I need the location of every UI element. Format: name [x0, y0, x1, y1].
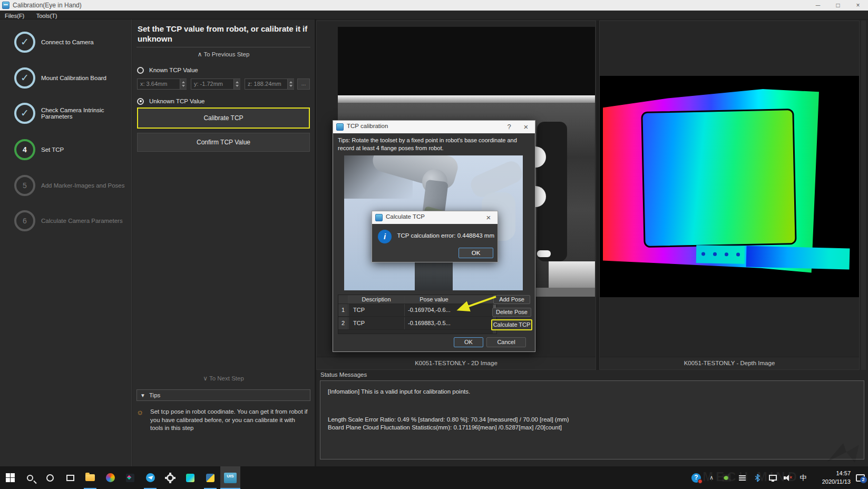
cortana-button[interactable] — [40, 466, 60, 489]
known-tcp-radio-row[interactable]: Known TCP Value — [137, 66, 198, 74]
help-icon: ? — [691, 473, 701, 483]
depth-bracket-patch — [696, 245, 745, 264]
folder-icon — [85, 474, 95, 481]
sidebar-step-calc-params[interactable]: 6 Calculate Camera Parameters — [0, 210, 132, 231]
divider — [136, 47, 310, 47]
terminal-button[interactable] — [120, 466, 140, 489]
check-icon: ✓ — [14, 32, 35, 53]
notification-center-button[interactable]: 2 — [854, 471, 866, 485]
step-number: 4 — [14, 139, 35, 160]
bright-region — [549, 261, 595, 288]
2d-image-highlight-band — [338, 95, 595, 103]
step-label: Mount Calibration Board — [41, 67, 128, 89]
pycharm-icon — [186, 474, 194, 482]
confirm-tcp-button[interactable]: Confirm TCP Value — [137, 133, 310, 152]
notification-badge: 2 — [860, 476, 867, 483]
more-button[interactable]: ... — [297, 79, 310, 90]
2d-image-caption: K0051-TESTONLY - 2D Image — [317, 357, 596, 369]
step-label: Connect to Camera — [41, 32, 128, 53]
status-line: [Infomation] This is a valid input for c… — [328, 388, 855, 396]
sidebar-step-connect-camera[interactable]: ✓ Connect to Camera — [0, 32, 132, 53]
watermark-text: MECH MIND — [703, 470, 799, 484]
pycharm-button[interactable] — [180, 466, 200, 489]
uis-app-button[interactable]: UIS — [220, 466, 240, 489]
search-button[interactable] — [20, 466, 40, 489]
gear-icon — [167, 474, 174, 482]
title-bar: Calibration(Eye in Hand) ─ □ × — [0, 0, 868, 11]
tcp-error-message: TCP calculation error: 0.448843 mm — [396, 232, 494, 239]
tcp-z-input[interactable]: z: 188.24mm — [245, 79, 294, 90]
dialog-cancel-button[interactable]: Cancel — [486, 337, 526, 347]
start-button[interactable] — [0, 466, 20, 489]
telegram-button[interactable] — [140, 466, 160, 489]
row-number: 2 — [338, 317, 348, 329]
row-number: 1 — [338, 304, 348, 316]
task-view-button[interactable] — [60, 466, 80, 489]
dialog-ok-button[interactable]: OK — [454, 337, 483, 347]
app-icon — [2, 2, 9, 9]
lightbulb-icon: ☼ — [136, 407, 144, 416]
sidebar-step-add-markers[interactable]: 5 Add Marker-Images and Poses — [0, 175, 132, 196]
taskbar-apps: UIS — [0, 466, 240, 489]
ok-button[interactable]: OK — [459, 248, 493, 258]
to-next-step-label: To Next Step — [209, 375, 244, 382]
cortana-icon — [46, 474, 54, 482]
bolt-hole — [725, 252, 728, 256]
python-app-button[interactable] — [200, 466, 220, 489]
y-spinner[interactable] — [233, 79, 240, 89]
row-pose-value: -0.169883,-0.5... — [404, 317, 463, 329]
z-spinner[interactable] — [287, 79, 294, 89]
clock-date: 2020/11/13 — [813, 478, 851, 486]
dialog-close-button[interactable]: × — [481, 211, 496, 224]
bolt-hole — [701, 252, 705, 256]
bolt-hole — [713, 252, 717, 256]
table-row[interactable]: 2 TCP -0.169883,-0.5... — [338, 317, 496, 330]
menu-bar: Files(F) Tools(T) — [0, 11, 868, 19]
dim-region — [536, 288, 595, 297]
radio-selected-icon[interactable] — [137, 98, 144, 105]
help-tray-button[interactable]: ? — [690, 471, 702, 485]
dialog-close-button[interactable]: × — [518, 121, 534, 133]
x-spinner[interactable] — [180, 79, 187, 89]
tcp-y-input[interactable]: y: -1.72mm — [191, 79, 240, 90]
dialog-title-bar[interactable]: Calculate TCP × — [372, 211, 498, 224]
steps-sidebar: ✓ Connect to Camera ✓ Mount Calibration … — [0, 19, 132, 466]
sidebar-step-set-tcp[interactable]: 4 Set TCP — [0, 139, 132, 160]
maximize-button[interactable]: □ — [828, 0, 848, 11]
terminal-icon — [126, 474, 134, 482]
dialog-app-icon — [336, 123, 344, 131]
calculate-tcp-button[interactable]: Calculate TCP — [491, 319, 532, 330]
triangle-down-icon: ▾ — [141, 392, 144, 398]
uis-app-icon: UIS — [224, 473, 237, 483]
window-title: Calibration(Eye in Hand) — [13, 2, 82, 9]
dialog-title-bar[interactable]: TCP calibration ? × — [333, 121, 535, 133]
to-previous-step-link[interactable]: ∧To Previous Step — [132, 51, 315, 58]
scroll-strip — [861, 21, 866, 370]
to-next-step-link[interactable]: ∨To Next Step — [132, 375, 315, 382]
settings-button[interactable] — [160, 466, 180, 489]
tips-collapsible-header[interactable]: ▾ Tips — [136, 389, 310, 401]
unknown-tcp-radio-row[interactable]: Unknown TCP Value — [137, 97, 204, 105]
sidebar-step-check-intrinsics[interactable]: ✓ Check Camera Intrinsic Parameters — [0, 103, 132, 124]
task-view-icon — [66, 475, 74, 481]
close-button[interactable]: × — [848, 0, 868, 11]
chevron-down-icon: ∨ — [203, 375, 208, 382]
status-messages-box: [Infomation] This is a valid input for c… — [320, 380, 864, 459]
dialog-help-button[interactable]: ? — [501, 121, 517, 133]
file-explorer-button[interactable] — [80, 466, 100, 489]
dialog-title: TCP calibration — [347, 123, 388, 129]
step-number: 6 — [14, 210, 35, 231]
row-description: TCP — [348, 304, 404, 316]
telegram-icon — [146, 473, 155, 482]
step-label: Calculate Camera Parameters — [41, 210, 128, 231]
radio-unselected-icon[interactable] — [137, 67, 144, 74]
windows-logo-icon — [6, 473, 15, 482]
depth-image-caption: K0051-TESTONLY - Depth Image — [600, 357, 859, 369]
calibrate-tcp-button[interactable]: Calibrate TCP — [137, 107, 310, 129]
browser-button[interactable] — [100, 466, 120, 489]
sidebar-step-mount-board[interactable]: ✓ Mount Calibration Board — [0, 67, 132, 89]
clock-time: 14:57 — [813, 470, 851, 477]
minimize-button[interactable]: ─ — [808, 0, 828, 11]
clock[interactable]: 14:57 2020/11/13 — [813, 470, 851, 486]
tcp-x-input[interactable]: x: 3.64mm — [137, 79, 187, 90]
